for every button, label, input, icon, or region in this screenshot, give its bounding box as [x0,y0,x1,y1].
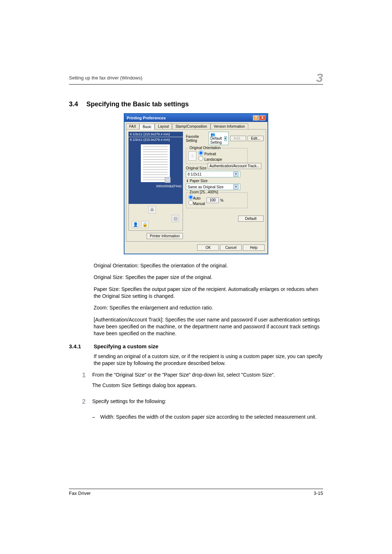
preview-size-1: 8 1/2x11 (215.9x279.4 mm) [128,132,183,137]
help-icon[interactable]: ? [253,115,259,120]
body-paragraph: Zoom: Specifies the enlargement and redu… [94,304,323,311]
preview-dpi: 200x200dpi(Fine) [156,184,181,188]
section-heading: 3.4Specifying the Basic tab settings [69,100,323,108]
section-title: Specifying the Basic tab settings [86,100,189,108]
section-number: 3.4 [69,100,86,108]
chevron-down-icon: ▾ [233,184,238,189]
help-button[interactable]: Help [243,245,265,251]
zoom-manual-radio[interactable]: Manual [188,200,205,206]
tab-layout[interactable]: Layout [155,123,172,129]
close-icon[interactable]: X [260,115,265,120]
orientation-icon: A [188,151,196,161]
zoom-manual-label: Manual [193,202,205,206]
bullet-dash: – [92,414,97,420]
subsection-intro: If sending an original of a custom size,… [94,353,323,367]
footer-left: Fax Driver [69,491,91,496]
step-text: Specify settings for the following: [92,398,323,405]
paper-size-value: Same as Original Size [188,185,224,189]
landscape-label: Landscape [204,157,222,161]
paper-size-label: ⬇ Paper Size [186,179,264,183]
page-corner-icon [165,177,171,183]
preview-toolbar: 🖶 ▤ 👤 🔒 [128,204,183,231]
user-auth-icon: 👤 [132,221,139,228]
ok-button[interactable]: OK [197,245,219,251]
body-paragraph: Original Size: Specifies the paper size … [94,274,323,281]
subsection-number: 3.4.1 [69,343,94,349]
chapter-number: 3 [316,73,323,83]
chevron-down-icon: ▾ [233,172,238,177]
tab-basic[interactable]: Basic [139,124,155,130]
body-paragraph: [Authentication/Account Track]: Specifie… [94,316,323,337]
edit-favorite-button[interactable]: Edit... [248,136,264,141]
printer-status-icon: 🖶 [148,206,156,213]
default-button[interactable]: Default [238,216,264,222]
tab-fax[interactable]: FAX [126,123,139,129]
original-size-value: 8 1/2x11 [188,172,201,176]
percent-label: % [220,198,224,202]
zoom-auto-label: Auto [193,196,201,200]
portrait-label: Portrait [204,152,216,156]
body-paragraph: Paper Size: Specifies the output paper s… [94,286,323,300]
paper-size-dropdown[interactable]: Same as Original Size ▾ [186,184,240,190]
step-text: The Custom Size Settings dialog box appe… [92,382,323,389]
body-paragraph: Original Orientation: Specifies the orie… [94,262,323,269]
favorite-setting-label: Favorite Setting [186,135,207,143]
running-header: Setting up the fax driver (Windows) [69,75,142,81]
tab-strip: FAX Basic Layout Stamp/Composition Versi… [124,122,268,129]
favorite-setting-dropdown[interactable]: 👥 Default Setting ▾ [209,132,229,145]
footer-right: 3-15 [314,491,323,496]
tab-stamp-composition[interactable]: Stamp/Composition [172,123,210,129]
orientation-legend: Original Orientation [188,146,222,150]
portrait-radio[interactable]: Portrait [199,151,222,156]
sublist-item: Width: Specifies the width of the custom… [100,414,317,420]
subsection-title: Specifying a custom size [94,343,158,349]
dialog-title: Printing Preferences [127,116,166,120]
paper-size-label-text: Paper Size [190,179,208,183]
printing-preferences-dialog: Printing Preferences ? X FAX Basic Layou… [124,113,268,254]
preview-size-2: 8 1/2x11 (215.9x279.4 mm) [128,137,183,142]
original-size-dropdown[interactable]: 8 1/2x11 ▾ [186,171,240,177]
step-number: 1 [69,372,86,393]
lock-icon: 🔒 [141,221,148,228]
favorite-setting-value: Default Setting [211,136,222,144]
zoom-legend: Zoom [25...400%] [188,190,219,194]
page-icon: ▤ [172,215,179,222]
page-preview-icon [141,144,170,182]
printer-information-button[interactable]: Printer Information [147,233,183,239]
zoom-value-spinner[interactable]: 100 [207,197,219,203]
add-favorite-button[interactable]: Add... [230,136,246,141]
zoom-auto-radio[interactable]: Auto [188,195,205,200]
landscape-radio[interactable]: Landscape [199,156,222,161]
cancel-button[interactable]: Cancel [220,245,242,251]
chevron-down-icon: ▾ [224,136,227,141]
step-text: From the "Original Size" or the "Paper S… [92,372,323,378]
auth-account-track-button[interactable]: Authentication/Account Track... [208,163,261,169]
preview-area: 200x200dpi(Fine) [128,142,183,204]
tab-version-info[interactable]: Version Information [211,123,248,129]
step-number: 2 [69,398,86,409]
dialog-titlebar: Printing Preferences ? X [124,114,268,122]
